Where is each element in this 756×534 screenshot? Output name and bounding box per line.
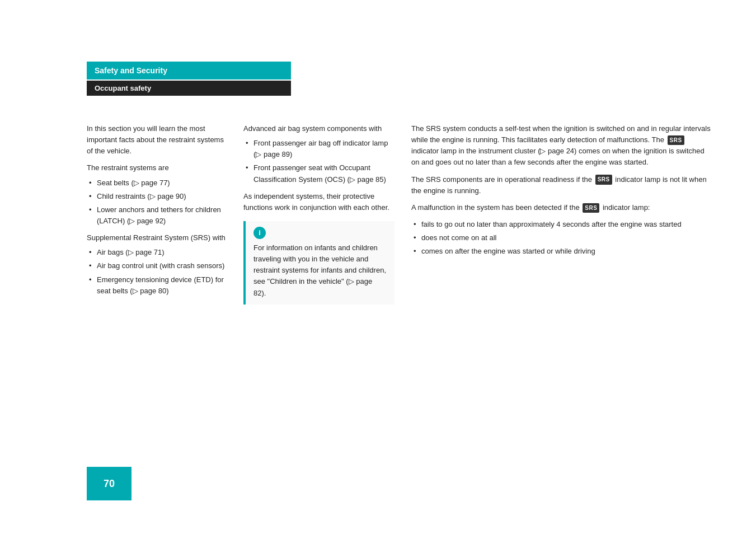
page-container: Safety and Security Occupant safety In t… bbox=[0, 0, 756, 534]
list-item: does not come on at all bbox=[411, 232, 711, 243]
srs-list: Air bags (▷ page 71) Air bag control uni… bbox=[87, 247, 227, 297]
header-section: Safety and Security Occupant safety bbox=[87, 62, 291, 96]
info-box: i For information on infants and childre… bbox=[243, 221, 395, 305]
right-para-1: The SRS system conducts a self-test when… bbox=[411, 123, 711, 168]
list-item: Child restraints (▷ page 90) bbox=[87, 191, 227, 202]
list-item: Air bag control unit (with crash sensors… bbox=[87, 260, 227, 271]
right-para-3: A malfunction in the system has been det… bbox=[411, 202, 711, 213]
header-subtitle-bar: Occupant safety bbox=[87, 81, 291, 96]
header-subtitle: Occupant safety bbox=[95, 84, 151, 92]
list-item: Air bags (▷ page 71) bbox=[87, 247, 227, 258]
list-item: Front passenger seat with Occupant Class… bbox=[243, 162, 395, 185]
srs-badge-3: SRS bbox=[583, 203, 599, 213]
info-box-text: For information on infants and children … bbox=[253, 242, 387, 299]
col-right: The SRS system conducts a self-test when… bbox=[411, 123, 711, 305]
list-item: fails to go out no later than approximat… bbox=[411, 219, 711, 230]
list-item: Seat belts (▷ page 77) bbox=[87, 177, 227, 189]
col-middle: Advanced air bag system components with … bbox=[243, 123, 411, 305]
info-icon: i bbox=[253, 227, 266, 239]
restraint-label: The restraint systems are bbox=[87, 162, 227, 174]
col-left: In this section you will learn the most … bbox=[87, 123, 243, 305]
intro-paragraph: In this section you will learn the most … bbox=[87, 123, 227, 157]
srs-label: Supplemental Restraint System (SRS) with bbox=[87, 232, 227, 243]
page-number-badge: 70 bbox=[87, 467, 132, 500]
independent-para: As independent systems, their protective… bbox=[243, 191, 395, 213]
srs-badge-2: SRS bbox=[595, 175, 612, 185]
list-item: comes on after the engine was started or… bbox=[411, 246, 711, 257]
header-title: Safety and Security bbox=[95, 66, 167, 75]
list-item: Emergency tensioning device (ETD) for se… bbox=[87, 274, 227, 297]
list-item: Lower anchors and tethers for children (… bbox=[87, 204, 227, 227]
content-area: In this section you will learn the most … bbox=[87, 123, 711, 305]
restraint-list: Seat belts (▷ page 77) Child restraints … bbox=[87, 177, 227, 227]
right-para-2: The SRS components are in operational re… bbox=[411, 174, 711, 196]
advanced-label: Advanced air bag system components with bbox=[243, 123, 395, 134]
srs-badge-1: SRS bbox=[668, 135, 684, 146]
advanced-list: Front passenger air bag off indicator la… bbox=[243, 138, 395, 185]
list-item: Front passenger air bag off indicator la… bbox=[243, 138, 395, 160]
header-title-bar: Safety and Security bbox=[87, 62, 291, 79]
page-number: 70 bbox=[104, 478, 115, 490]
malfunction-list: fails to go out no later than approximat… bbox=[411, 219, 711, 257]
